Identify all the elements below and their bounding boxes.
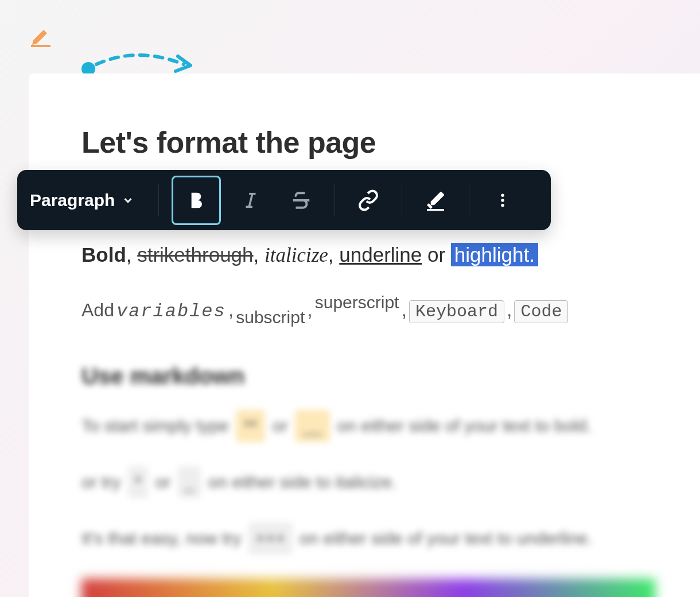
formatting-toolbar: Paragraph	[17, 170, 551, 230]
underline-sample: underline	[339, 243, 422, 266]
italic-icon	[241, 191, 260, 210]
highlight-sample: highlight.	[451, 243, 538, 266]
more-vertical-icon	[494, 192, 511, 209]
subscript-sample: subscript	[236, 308, 305, 327]
svg-line-4	[250, 193, 253, 207]
sep: ,	[228, 298, 234, 321]
link-icon	[357, 189, 379, 211]
bold-sample: Bold	[81, 243, 126, 266]
chip: +++	[248, 522, 293, 555]
strikethrough-button[interactable]	[281, 180, 322, 221]
sep: ,	[126, 243, 137, 266]
chip: **	[236, 410, 265, 442]
more-button[interactable]	[482, 180, 523, 221]
link-button[interactable]	[348, 180, 389, 221]
strikethrough-icon	[290, 189, 312, 211]
highlighter-icon	[424, 189, 447, 212]
divider	[402, 184, 402, 216]
divider	[335, 184, 335, 216]
markdown-heading: Use markdown	[81, 363, 700, 389]
svg-point-8	[501, 199, 505, 202]
superscript-sample: superscript	[315, 293, 399, 312]
svg-rect-0	[31, 45, 50, 47]
sep: ,	[507, 298, 512, 321]
divider	[158, 184, 159, 216]
blurred-content: Use markdown To start simply type ** or …	[81, 363, 700, 598]
advanced-examples-line: Add variables , subscript , superscript …	[81, 298, 700, 323]
keyboard-sample: Keyboard	[409, 300, 504, 323]
italic-sample: italicize	[265, 244, 328, 266]
chevron-down-icon	[122, 194, 134, 207]
highlight-button[interactable]	[415, 180, 456, 221]
edit-icon	[29, 24, 52, 47]
paragraph-style-label: Paragraph	[30, 191, 115, 210]
strike-sample: strikethrough	[137, 243, 253, 266]
code-sample: Code	[514, 300, 568, 323]
bold-button[interactable]	[172, 176, 221, 225]
or-text: or	[422, 243, 451, 266]
markdown-p1: To start simply type ** or __ on either …	[81, 410, 700, 442]
markdown-p3: It's that easy, now try +++ on either si…	[81, 522, 700, 555]
page-title: Let's format the page	[81, 125, 700, 160]
add-text: Add	[81, 300, 114, 321]
sep: ,	[328, 243, 339, 266]
sep: ,	[401, 298, 406, 321]
bold-icon	[185, 189, 208, 212]
svg-rect-6	[427, 209, 444, 211]
variable-sample: variables	[116, 301, 226, 322]
chip: *	[128, 466, 149, 498]
format-examples-line: Bold, strikethrough, italicize, underlin…	[81, 240, 700, 271]
blurred-image	[81, 579, 655, 598]
paragraph-style-select[interactable]: Paragraph	[30, 191, 150, 210]
divider	[469, 184, 469, 216]
chip: __	[295, 410, 330, 442]
svg-point-9	[501, 204, 505, 207]
italic-button[interactable]	[230, 180, 271, 221]
document-panel: Let's format the page Bold, strikethroug…	[29, 73, 700, 597]
svg-point-7	[501, 193, 505, 197]
sep: ,	[307, 298, 312, 321]
chip: _	[178, 466, 201, 498]
markdown-p2: or try * or _ on either side to italiciz…	[81, 466, 700, 498]
sep: ,	[254, 243, 265, 266]
